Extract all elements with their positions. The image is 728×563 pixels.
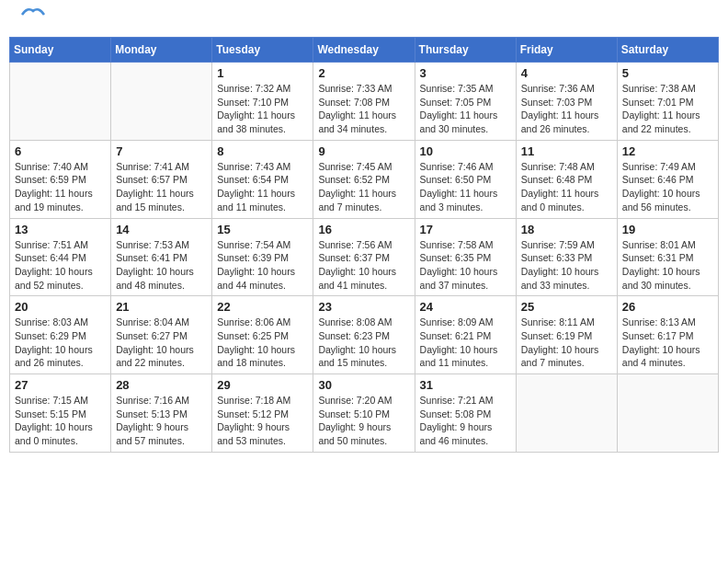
day-info: Sunrise: 7:54 AM Sunset: 6:39 PM Dayligh… — [217, 238, 308, 293]
day-info: Sunrise: 7:40 AM Sunset: 6:59 PM Dayligh… — [15, 160, 106, 214]
day-number: 31 — [420, 378, 511, 392]
day-info: Sunrise: 8:04 AM Sunset: 6:27 PM Dayligh… — [116, 316, 207, 370]
day-number: 5 — [622, 66, 713, 80]
day-number: 17 — [420, 223, 511, 236]
calendar-day: 14Sunrise: 7:53 AM Sunset: 6:41 PM Dayli… — [111, 218, 212, 296]
calendar-day: 25Sunrise: 8:11 AM Sunset: 6:19 PM Dayli… — [516, 296, 617, 374]
day-info: Sunrise: 7:48 AM Sunset: 6:48 PM Dayligh… — [521, 160, 612, 214]
calendar-day: 21Sunrise: 8:04 AM Sunset: 6:27 PM Dayli… — [111, 296, 212, 374]
day-info: Sunrise: 8:09 AM Sunset: 6:21 PM Dayligh… — [420, 316, 511, 370]
day-header-thursday: Thursday — [415, 38, 516, 63]
day-number: 13 — [15, 223, 106, 236]
day-number: 1 — [217, 66, 308, 80]
day-number: 18 — [521, 223, 612, 236]
day-info: Sunrise: 7:16 AM Sunset: 5:13 PM Dayligh… — [116, 394, 207, 448]
day-info: Sunrise: 7:15 AM Sunset: 5:15 PM Dayligh… — [15, 394, 106, 448]
calendar-day: 30Sunrise: 7:20 AM Sunset: 5:10 PM Dayli… — [313, 374, 415, 453]
calendar-day: 5Sunrise: 7:38 AM Sunset: 7:01 PM Daylig… — [617, 63, 718, 141]
day-header-tuesday: Tuesday — [212, 38, 313, 63]
day-info: Sunrise: 7:53 AM Sunset: 6:41 PM Dayligh… — [116, 238, 207, 293]
calendar-week-4: 20Sunrise: 8:03 AM Sunset: 6:29 PM Dayli… — [10, 296, 719, 374]
day-info: Sunrise: 7:20 AM Sunset: 5:10 PM Dayligh… — [318, 394, 409, 448]
day-info: Sunrise: 8:13 AM Sunset: 6:17 PM Dayligh… — [622, 316, 713, 370]
day-number: 22 — [217, 300, 308, 314]
day-header-sunday: Sunday — [10, 38, 111, 63]
day-info: Sunrise: 7:51 AM Sunset: 6:44 PM Dayligh… — [15, 238, 106, 293]
day-info: Sunrise: 7:41 AM Sunset: 6:57 PM Dayligh… — [116, 160, 207, 214]
day-number: 6 — [15, 144, 106, 158]
calendar-day: 7Sunrise: 7:41 AM Sunset: 6:57 PM Daylig… — [111, 140, 212, 218]
day-number: 11 — [521, 144, 612, 158]
calendar-day: 24Sunrise: 8:09 AM Sunset: 6:21 PM Dayli… — [415, 296, 516, 374]
calendar-day: 18Sunrise: 7:59 AM Sunset: 6:33 PM Dayli… — [516, 218, 617, 296]
day-number: 4 — [521, 66, 612, 80]
day-number: 12 — [622, 144, 713, 158]
calendar-day: 13Sunrise: 7:51 AM Sunset: 6:44 PM Dayli… — [10, 218, 111, 296]
day-number: 28 — [116, 378, 207, 392]
day-info: Sunrise: 7:32 AM Sunset: 7:10 PM Dayligh… — [217, 82, 308, 136]
day-header-saturday: Saturday — [617, 38, 718, 63]
calendar-week-5: 27Sunrise: 7:15 AM Sunset: 5:15 PM Dayli… — [10, 374, 719, 453]
calendar-day: 4Sunrise: 7:36 AM Sunset: 7:03 PM Daylig… — [516, 63, 617, 141]
calendar-day — [10, 63, 111, 141]
calendar-day: 6Sunrise: 7:40 AM Sunset: 6:59 PM Daylig… — [10, 140, 111, 218]
day-number: 25 — [521, 300, 612, 314]
day-number: 21 — [116, 300, 207, 314]
day-number: 29 — [217, 378, 308, 392]
day-number: 27 — [15, 378, 106, 392]
day-info: Sunrise: 7:49 AM Sunset: 6:46 PM Dayligh… — [622, 160, 713, 214]
page-header — [9, 9, 719, 28]
logo — [18, 14, 46, 23]
calendar-header: SundayMondayTuesdayWednesdayThursdayFrid… — [10, 38, 719, 63]
day-info: Sunrise: 7:58 AM Sunset: 6:35 PM Dayligh… — [420, 238, 511, 293]
day-info: Sunrise: 8:06 AM Sunset: 6:25 PM Dayligh… — [217, 316, 308, 370]
day-info: Sunrise: 7:35 AM Sunset: 7:05 PM Dayligh… — [420, 82, 511, 136]
day-number: 30 — [318, 378, 409, 392]
day-number: 10 — [420, 144, 511, 158]
day-number: 3 — [420, 66, 511, 80]
calendar-day: 26Sunrise: 8:13 AM Sunset: 6:17 PM Dayli… — [617, 296, 718, 374]
day-number: 23 — [318, 300, 409, 314]
calendar-day: 28Sunrise: 7:16 AM Sunset: 5:13 PM Dayli… — [111, 374, 212, 453]
calendar-week-2: 6Sunrise: 7:40 AM Sunset: 6:59 PM Daylig… — [10, 140, 719, 218]
calendar-day: 29Sunrise: 7:18 AM Sunset: 5:12 PM Dayli… — [212, 374, 313, 453]
calendar-day: 23Sunrise: 8:08 AM Sunset: 6:23 PM Dayli… — [313, 296, 415, 374]
calendar-day: 17Sunrise: 7:58 AM Sunset: 6:35 PM Dayli… — [415, 218, 516, 296]
day-info: Sunrise: 7:56 AM Sunset: 6:37 PM Dayligh… — [318, 238, 409, 293]
calendar-body: 1Sunrise: 7:32 AM Sunset: 7:10 PM Daylig… — [10, 63, 719, 453]
calendar-day: 1Sunrise: 7:32 AM Sunset: 7:10 PM Daylig… — [212, 63, 313, 141]
day-info: Sunrise: 7:43 AM Sunset: 6:54 PM Dayligh… — [217, 160, 308, 214]
day-header-friday: Friday — [516, 38, 617, 63]
day-number: 9 — [318, 144, 409, 158]
day-number: 24 — [420, 300, 511, 314]
day-headers-row: SundayMondayTuesdayWednesdayThursdayFrid… — [10, 38, 719, 63]
day-info: Sunrise: 7:45 AM Sunset: 6:52 PM Dayligh… — [318, 160, 409, 214]
day-number: 16 — [318, 223, 409, 236]
day-info: Sunrise: 8:03 AM Sunset: 6:29 PM Dayligh… — [15, 316, 106, 370]
day-number: 26 — [622, 300, 713, 314]
calendar-day: 11Sunrise: 7:48 AM Sunset: 6:48 PM Dayli… — [516, 140, 617, 218]
day-info: Sunrise: 7:18 AM Sunset: 5:12 PM Dayligh… — [217, 394, 308, 448]
day-number: 8 — [217, 144, 308, 158]
day-info: Sunrise: 8:08 AM Sunset: 6:23 PM Dayligh… — [318, 316, 409, 370]
calendar-day: 10Sunrise: 7:46 AM Sunset: 6:50 PM Dayli… — [415, 140, 516, 218]
calendar-day: 20Sunrise: 8:03 AM Sunset: 6:29 PM Dayli… — [10, 296, 111, 374]
day-header-monday: Monday — [111, 38, 212, 63]
day-number: 7 — [116, 144, 207, 158]
day-info: Sunrise: 7:38 AM Sunset: 7:01 PM Dayligh… — [622, 82, 713, 136]
calendar-week-3: 13Sunrise: 7:51 AM Sunset: 6:44 PM Dayli… — [10, 218, 719, 296]
calendar-day: 19Sunrise: 8:01 AM Sunset: 6:31 PM Dayli… — [617, 218, 718, 296]
calendar-day: 8Sunrise: 7:43 AM Sunset: 6:54 PM Daylig… — [212, 140, 313, 218]
calendar-day: 31Sunrise: 7:21 AM Sunset: 5:08 PM Dayli… — [415, 374, 516, 453]
day-info: Sunrise: 8:11 AM Sunset: 6:19 PM Dayligh… — [521, 316, 612, 370]
day-number: 20 — [15, 300, 106, 314]
calendar-day: 15Sunrise: 7:54 AM Sunset: 6:39 PM Dayli… — [212, 218, 313, 296]
calendar-day — [111, 63, 212, 141]
day-info: Sunrise: 7:59 AM Sunset: 6:33 PM Dayligh… — [521, 238, 612, 293]
day-info: Sunrise: 7:36 AM Sunset: 7:03 PM Dayligh… — [521, 82, 612, 136]
day-number: 19 — [622, 223, 713, 236]
calendar-day: 16Sunrise: 7:56 AM Sunset: 6:37 PM Dayli… — [313, 218, 415, 296]
day-number: 14 — [116, 223, 207, 236]
logo-bird-icon — [20, 6, 46, 23]
calendar-week-1: 1Sunrise: 7:32 AM Sunset: 7:10 PM Daylig… — [10, 63, 719, 141]
